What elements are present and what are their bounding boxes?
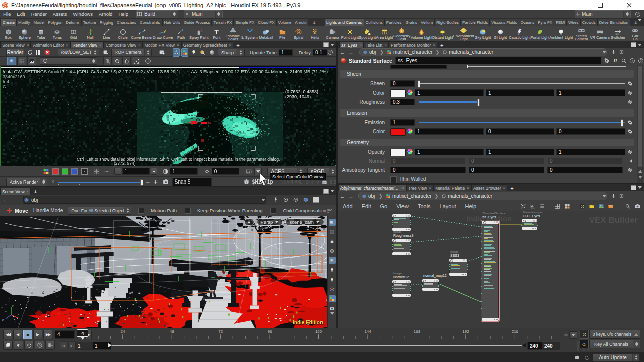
snapshot-minus-button[interactable]: − bbox=[146, 178, 150, 186]
keyframe-color-button[interactable] bbox=[580, 330, 589, 339]
display-grid-toggle[interactable] bbox=[17, 57, 26, 65]
vp-lock-tool[interactable] bbox=[329, 238, 336, 245]
pane-tab-motion-fx-view[interactable]: Motion FX View× bbox=[143, 41, 181, 48]
scene-viewport[interactable]: yxzPerspscene_camIndie Edition bbox=[0, 216, 336, 328]
vp-light-low-tool[interactable] bbox=[329, 266, 336, 274]
shelf-tool-envlight[interactable]: EnvironmentLight bbox=[453, 26, 474, 41]
vp-material-tool[interactable] bbox=[329, 295, 336, 302]
range-start-handle[interactable] bbox=[108, 343, 112, 347]
node-flags[interactable] bbox=[463, 259, 467, 261]
blue-channel-button[interactable] bbox=[71, 168, 78, 175]
param-jack-icon[interactable] bbox=[627, 167, 633, 173]
close-tab-icon[interactable]: × bbox=[177, 43, 179, 47]
display-sphere-toggle[interactable] bbox=[7, 57, 16, 65]
param-component-field[interactable]: 0 bbox=[469, 158, 544, 164]
param-color-swatch[interactable] bbox=[390, 89, 406, 97]
shelf-tool-gamecam[interactable]: GarCa bbox=[627, 26, 644, 41]
red-channel-button[interactable] bbox=[52, 168, 59, 175]
close-tab-icon[interactable]: × bbox=[359, 43, 362, 47]
crumb-material[interactable]: materials_character bbox=[449, 49, 493, 55]
key-all-button[interactable] bbox=[580, 340, 589, 348]
param-component-field[interactable]: 0 bbox=[547, 158, 623, 164]
gamma-field[interactable]: 0 bbox=[212, 168, 239, 175]
rgba-channel-button[interactable] bbox=[42, 168, 49, 175]
network-node-normal_map12[interactable]: normal_map12 bbox=[422, 279, 439, 291]
shelf-tool-distantlight[interactable]: Distant Light bbox=[432, 28, 453, 39]
param-jack-icon[interactable] bbox=[627, 149, 633, 155]
pane-tab-animation-editor[interactable]: Animation Editor× bbox=[31, 41, 70, 48]
range-end-handle[interactable] bbox=[522, 343, 526, 347]
maximize-button[interactable] bbox=[586, 0, 615, 10]
zoom-in-button[interactable] bbox=[103, 57, 112, 65]
param-slider-handle[interactable] bbox=[418, 80, 420, 88]
lut-dropdown[interactable] bbox=[254, 168, 262, 175]
param-component-field[interactable]: 0 bbox=[486, 128, 554, 135]
node-flags[interactable] bbox=[406, 215, 410, 217]
menu-help[interactable]: Help bbox=[117, 11, 130, 17]
node-flags[interactable] bbox=[406, 281, 410, 283]
shelf-tool-box[interactable]: Box bbox=[0, 28, 17, 39]
param-jack-icon[interactable] bbox=[627, 99, 633, 105]
param-slider-handle[interactable] bbox=[477, 99, 480, 106]
shelf-tab-deform[interactable]: Deform bbox=[64, 19, 81, 26]
close-tab-icon[interactable]: × bbox=[66, 43, 69, 47]
shelf-tool-torus[interactable]: Torus bbox=[49, 28, 66, 39]
playhead-flag[interactable]: 4 bbox=[77, 329, 88, 337]
dopesheet-button[interactable] bbox=[45, 341, 55, 350]
menu-render[interactable]: Render bbox=[30, 11, 48, 17]
timeline-options-dropdown[interactable] bbox=[569, 331, 577, 339]
shelf-tab-cloud-fx[interactable]: Cloud FX bbox=[256, 19, 276, 26]
shelf-tool-lsystem[interactable]: L-System bbox=[242, 28, 258, 39]
spinner-arrows[interactable] bbox=[633, 340, 640, 348]
shelf-tab-wires[interactable]: Wires bbox=[567, 19, 580, 26]
stop-render-button[interactable] bbox=[44, 49, 51, 56]
pane-divider-vertical[interactable] bbox=[336, 48, 338, 328]
shelf-tab-hair-utils[interactable]: Hair Utils bbox=[163, 19, 182, 26]
network-node-Roughness9[interactable]: ImageRoughness9 bbox=[392, 239, 411, 255]
spinner-arrows[interactable] bbox=[632, 354, 639, 361]
param-section-sheen[interactable]: Sheen bbox=[340, 70, 634, 78]
pane-tab-ss_eyes[interactable]: ss_Eyes× bbox=[339, 41, 364, 48]
recook-button[interactable] bbox=[584, 355, 590, 361]
update-mode-selector[interactable]: Auto Update bbox=[593, 353, 640, 362]
param-component-field[interactable]: 1 bbox=[556, 89, 625, 96]
vp-toolbar-more[interactable] bbox=[330, 315, 334, 321]
pane-divider-horizontal-right[interactable] bbox=[338, 183, 644, 184]
matte-toggle[interactable] bbox=[209, 49, 215, 56]
param-breadcrumb[interactable]: obj❯matnet_character❯materials_character bbox=[359, 48, 607, 56]
param-back-button[interactable]: ← bbox=[340, 49, 345, 55]
shelf-tool-sphere[interactable]: Sphere bbox=[17, 28, 33, 39]
cook-mode-button[interactable] bbox=[573, 354, 581, 361]
param-component-field[interactable]: 1 bbox=[486, 89, 554, 96]
view-camera-pill[interactable]: scene_cam bbox=[285, 218, 324, 226]
spinner-arrows[interactable] bbox=[92, 49, 99, 56]
inspect-toggle[interactable] bbox=[199, 49, 206, 56]
network-follow-button[interactable] bbox=[619, 193, 624, 199]
param-slider-track[interactable] bbox=[419, 83, 625, 84]
network-menu-edit[interactable]: Edit bbox=[357, 203, 376, 209]
shelf-tab-particle-fluids[interactable]: Particle Fluids bbox=[461, 19, 490, 26]
param-help-button[interactable]: ? bbox=[638, 58, 644, 64]
network-node-OUT_Eyes[interactable]: Material outputOUT_Eyes bbox=[522, 219, 537, 230]
shelf-tab-texture[interactable]: Texture bbox=[82, 19, 98, 26]
param-gear-button[interactable] bbox=[604, 58, 610, 64]
shelf-tool-vrcamera[interactable]: VR Camera bbox=[590, 28, 609, 39]
scroll-up-icon[interactable] bbox=[638, 170, 642, 173]
help-button[interactable]: ? bbox=[635, 11, 641, 17]
shelf-tool-pointlight[interactable]: Point Light bbox=[341, 28, 359, 39]
crumb-obj[interactable]: obj bbox=[368, 193, 375, 199]
image-plane-selector[interactable]: C bbox=[40, 57, 97, 65]
close-tab-icon[interactable]: × bbox=[138, 43, 141, 47]
pane-tab-scene-view[interactable]: Scene View× bbox=[0, 41, 31, 48]
param-slider-handle[interactable] bbox=[621, 119, 623, 127]
global-end-field[interactable]: 240 bbox=[542, 342, 560, 350]
slider-handle[interactable] bbox=[140, 179, 143, 186]
exposure-field[interactable]: 1 bbox=[122, 168, 150, 175]
shelf-tab-pyro-fx[interactable]: Pyro FX bbox=[536, 19, 554, 26]
param-search-button[interactable] bbox=[621, 58, 627, 64]
shelf-tool-metaball[interactable]: Metaball bbox=[258, 28, 274, 39]
param-slider-track[interactable] bbox=[478, 102, 625, 102]
param-value-field[interactable]: 0.3 bbox=[390, 99, 415, 105]
play-button[interactable]: ▶ bbox=[33, 330, 42, 339]
pane-tab-asset-browser[interactable]: Asset Browser× bbox=[471, 184, 507, 191]
